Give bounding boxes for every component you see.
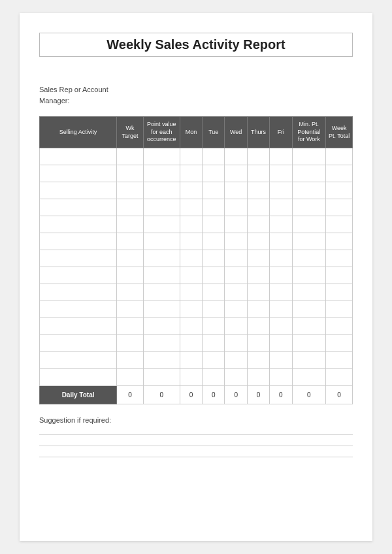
cell-r13-c5 [225,369,247,386]
cell-r7-c8 [292,267,326,284]
cell-r1-c6 [247,165,269,182]
cell-r10-c6 [247,318,269,335]
cell-r0-c9 [326,148,353,165]
cell-r10-c0 [40,318,117,335]
cell-r8-c7 [270,284,292,301]
cell-r2-c8 [292,182,326,199]
sales-activity-table: Selling Activity Wk Target Point value f… [39,116,353,404]
header-tue: Tue [203,117,225,148]
footer-val-7: 0 [270,386,292,404]
cell-r12-c4 [203,352,225,369]
header-point-value: Point value for each occurrence [143,117,180,148]
cell-r11-c1 [117,335,144,352]
cell-r5-c8 [292,233,326,250]
table-row [40,233,353,250]
cell-r9-c8 [292,301,326,318]
cell-r5-c7 [270,233,292,250]
cell-r10-c7 [270,318,292,335]
cell-r3-c5 [225,199,247,216]
suggestion-line-3 [39,457,353,457]
cell-r8-c6 [247,284,269,301]
cell-r6-c2 [143,250,180,267]
cell-r1-c2 [143,165,180,182]
cell-r10-c1 [117,318,144,335]
header-week-pt: Week Pt. Total [326,117,353,148]
header-mon: Mon [180,117,202,148]
table-row [40,335,353,352]
table-row [40,199,353,216]
table-row [40,369,353,386]
cell-r2-c5 [225,182,247,199]
cell-r6-c8 [292,250,326,267]
cell-r2-c3 [180,182,202,199]
cell-r0-c2 [143,148,180,165]
header-wed: Wed [225,117,247,148]
cell-r13-c9 [326,369,353,386]
footer-label: Daily Total [40,386,117,404]
cell-r12-c8 [292,352,326,369]
cell-r8-c8 [292,284,326,301]
cell-r4-c1 [117,216,144,233]
cell-r2-c0 [40,182,117,199]
footer-val-3: 0 [180,386,202,404]
header-min-pt: Min. Pt. Potential for Work [292,117,326,148]
cell-r5-c2 [143,233,180,250]
table-row [40,165,353,182]
cell-r7-c3 [180,267,202,284]
table-row [40,216,353,233]
cell-r10-c3 [180,318,202,335]
cell-r8-c9 [326,284,353,301]
cell-r3-c8 [292,199,326,216]
cell-r4-c8 [292,216,326,233]
cell-r10-c9 [326,318,353,335]
cell-r9-c9 [326,301,353,318]
cell-r12-c6 [247,352,269,369]
cell-r6-c6 [247,250,269,267]
cell-r2-c9 [326,182,353,199]
cell-r13-c4 [203,369,225,386]
suggestion-line-2 [39,446,353,446]
footer-val-9: 0 [326,386,353,404]
cell-r1-c1 [117,165,144,182]
cell-r7-c4 [203,267,225,284]
cell-r3-c4 [203,199,225,216]
cell-r13-c8 [292,369,326,386]
cell-r11-c3 [180,335,202,352]
cell-r7-c7 [270,267,292,284]
title-wrapper: Weekly Sales Activity Report [39,33,353,73]
rep-manager-label: Sales Rep or Account Manager: [39,84,353,106]
cell-r11-c8 [292,335,326,352]
cell-r4-c3 [180,216,202,233]
table-header-row: Selling Activity Wk Target Point value f… [40,117,353,148]
cell-r2-c2 [143,182,180,199]
cell-r0-c4 [203,148,225,165]
table-row [40,352,353,369]
cell-r12-c3 [180,352,202,369]
cell-r13-c7 [270,369,292,386]
cell-r0-c0 [40,148,117,165]
cell-r1-c8 [292,165,326,182]
cell-r12-c0 [40,352,117,369]
cell-r6-c7 [270,250,292,267]
cell-r8-c2 [143,284,180,301]
cell-r2-c4 [203,182,225,199]
cell-r10-c4 [203,318,225,335]
cell-r5-c9 [326,233,353,250]
cell-r6-c9 [326,250,353,267]
footer-val-6: 0 [247,386,269,404]
cell-r1-c5 [225,165,247,182]
cell-r0-c7 [270,148,292,165]
cell-r11-c4 [203,335,225,352]
cell-r2-c7 [270,182,292,199]
cell-r3-c9 [326,199,353,216]
cell-r11-c7 [270,335,292,352]
cell-r10-c8 [292,318,326,335]
cell-r8-c5 [225,284,247,301]
cell-r12-c2 [143,352,180,369]
cell-r4-c6 [247,216,269,233]
cell-r12-c1 [117,352,144,369]
table-row [40,182,353,199]
page: Weekly Sales Activity Report Sales Rep o… [20,13,372,541]
cell-r9-c6 [247,301,269,318]
cell-r3-c7 [270,199,292,216]
